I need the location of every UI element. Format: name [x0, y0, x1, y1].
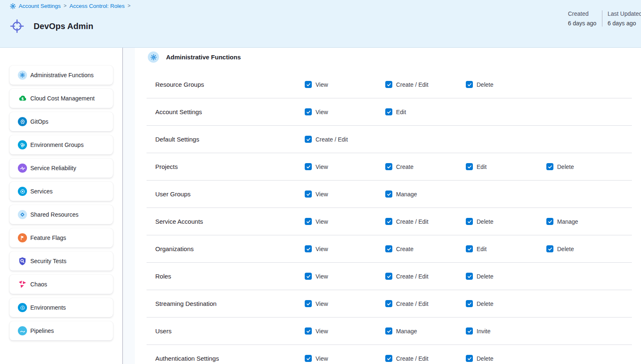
- breadcrumb-link-account-settings[interactable]: Account Settings: [19, 3, 61, 9]
- permission-label[interactable]: Delete: [477, 81, 493, 88]
- permission-checkbox[interactable]: [385, 355, 392, 362]
- sidebar-item-gitops[interactable]: GitOps: [10, 112, 113, 131]
- permission-checkbox[interactable]: [466, 300, 473, 307]
- permission-checkbox[interactable]: [385, 191, 392, 198]
- permission-checkbox[interactable]: [466, 245, 473, 252]
- sidebar-item-administrative-functions[interactable]: Administrative Functions: [10, 66, 113, 85]
- permission-checkbox[interactable]: [385, 108, 392, 115]
- permission-label[interactable]: View: [316, 218, 328, 225]
- checkmark-icon: [467, 219, 472, 224]
- sidebar-item-environment-groups[interactable]: Environment Groups: [10, 135, 113, 154]
- permission-label[interactable]: Create / Edit: [396, 300, 428, 307]
- permission-label[interactable]: Edit: [477, 246, 487, 252]
- sidebar-item-service-reliability[interactable]: Service Reliability: [10, 159, 113, 178]
- checkmark-icon: [387, 192, 391, 197]
- permission-label[interactable]: Delete: [477, 218, 493, 225]
- sidebar-item-security-tests[interactable]: Security Tests: [10, 252, 113, 271]
- permission-checkbox[interactable]: [385, 81, 392, 88]
- checkmark-icon: [467, 82, 472, 87]
- permission-label[interactable]: Edit: [477, 164, 487, 170]
- sidebar-item-label: Service Reliability: [30, 165, 76, 171]
- permission-label[interactable]: Manage: [396, 328, 417, 335]
- sidebar-item-services[interactable]: Services: [10, 182, 113, 201]
- permission-label[interactable]: Manage: [557, 218, 578, 225]
- permission-label[interactable]: Manage: [396, 191, 417, 198]
- checkmark-icon: [467, 329, 472, 334]
- permission-checkbox[interactable]: [385, 300, 392, 307]
- permission-checkbox[interactable]: [305, 245, 312, 252]
- permission-checkbox[interactable]: [466, 218, 473, 225]
- sidebar-item-chaos[interactable]: Chaos: [10, 275, 113, 294]
- sidebar-item-label: Security Tests: [30, 258, 66, 264]
- permission-checkbox[interactable]: [385, 163, 392, 170]
- permission-checkbox[interactable]: [305, 273, 312, 280]
- permission-checkbox[interactable]: [466, 327, 473, 335]
- permission-checkbox[interactable]: [305, 163, 312, 170]
- permission-label[interactable]: Create / Edit: [396, 355, 428, 362]
- sidebar-item-cloud-cost-management[interactable]: $ Cloud Cost Management: [10, 89, 113, 108]
- permission-action: Delete: [466, 273, 546, 280]
- sidebar-item-environments[interactable]: $ Environments: [10, 298, 113, 317]
- svg-text:$: $: [21, 97, 24, 101]
- permission-checkbox[interactable]: [305, 136, 312, 143]
- permission-label[interactable]: Create / Edit: [396, 218, 428, 225]
- permission-label[interactable]: View: [316, 246, 328, 252]
- sidebar-item-shared-resources[interactable]: Shared Resources: [10, 205, 113, 224]
- permission-row: Account Settings View Edit: [147, 98, 632, 126]
- permission-label[interactable]: View: [316, 81, 328, 88]
- permission-checkbox[interactable]: [546, 218, 553, 225]
- created-label: Created: [568, 10, 597, 17]
- permission-label[interactable]: Edit: [396, 109, 406, 115]
- permission-label[interactable]: Delete: [557, 246, 574, 252]
- permission-checkbox[interactable]: [385, 327, 392, 335]
- permission-checkbox[interactable]: [385, 218, 392, 225]
- sidebar-item-label: Pipelines: [30, 327, 54, 334]
- permission-checkbox[interactable]: [546, 245, 553, 252]
- permission-action: View: [305, 300, 385, 307]
- permission-label[interactable]: Create: [396, 246, 413, 252]
- permission-checkbox[interactable]: [546, 163, 553, 170]
- permission-label[interactable]: View: [316, 328, 328, 335]
- permission-label[interactable]: View: [316, 191, 328, 198]
- checkmark-icon: [387, 110, 391, 115]
- breadcrumb-link-access-control-roles[interactable]: Access Control: Roles: [69, 3, 125, 9]
- permissions-table: Resource Groups View Create / Edit Delet…: [147, 71, 632, 364]
- permission-label[interactable]: View: [316, 355, 328, 362]
- permission-checkbox[interactable]: [305, 191, 312, 198]
- permission-checkbox[interactable]: [385, 245, 392, 252]
- permission-label[interactable]: Delete: [477, 273, 493, 280]
- permission-checkbox[interactable]: [305, 81, 312, 88]
- resource-name: Authentication Settings: [147, 355, 305, 362]
- permission-label[interactable]: View: [316, 109, 328, 115]
- chaos-icon: [18, 280, 27, 289]
- permission-label[interactable]: Create / Edit: [396, 273, 428, 280]
- permission-label[interactable]: View: [316, 273, 328, 280]
- permission-checkbox[interactable]: [466, 163, 473, 170]
- checkmark-icon: [387, 82, 391, 87]
- permission-checkbox[interactable]: [466, 273, 473, 280]
- permission-checkbox[interactable]: [466, 355, 473, 362]
- permission-checkbox[interactable]: [305, 327, 312, 335]
- permission-checkbox[interactable]: [466, 81, 473, 88]
- permission-label[interactable]: Delete: [477, 355, 493, 362]
- permission-action: Create / Edit: [385, 300, 466, 307]
- section-title: Administrative Functions: [166, 54, 241, 61]
- permission-label[interactable]: Create / Edit: [396, 81, 428, 88]
- permission-checkbox[interactable]: [305, 300, 312, 307]
- permission-label[interactable]: View: [316, 300, 328, 307]
- sidebar-item-label: Feature Flags: [30, 235, 66, 241]
- permission-label[interactable]: Create: [396, 164, 413, 170]
- permission-label[interactable]: Invite: [477, 328, 490, 335]
- permission-label[interactable]: View: [316, 164, 328, 170]
- permission-action: Manage: [385, 327, 466, 335]
- permission-checkbox[interactable]: [305, 218, 312, 225]
- permission-label[interactable]: Delete: [477, 300, 493, 307]
- sidebar-item-pipelines[interactable]: Pipelines: [10, 321, 113, 340]
- permission-checkbox[interactable]: [305, 108, 312, 115]
- permission-checkbox[interactable]: [305, 355, 312, 362]
- permission-label[interactable]: Create / Edit: [316, 136, 348, 143]
- sidebar-item-feature-flags[interactable]: Feature Flags: [10, 228, 113, 247]
- permission-checkbox[interactable]: [385, 273, 392, 280]
- resource-name: Default Settings: [147, 136, 305, 143]
- permission-label[interactable]: Delete: [557, 164, 574, 170]
